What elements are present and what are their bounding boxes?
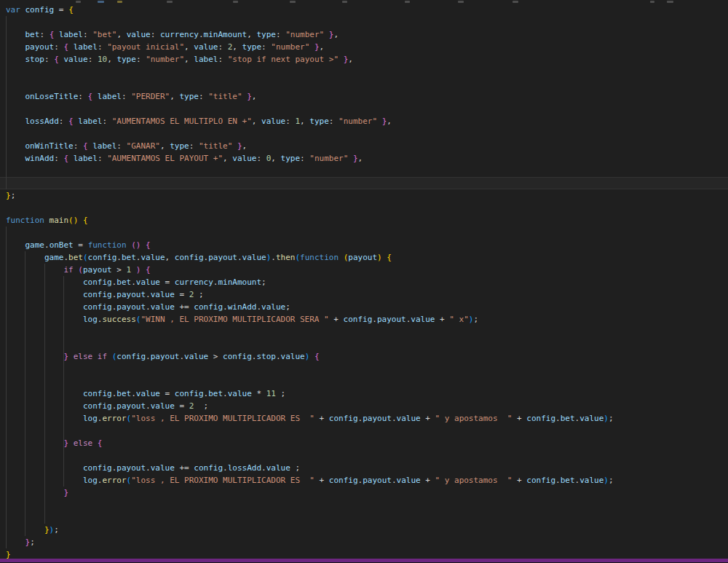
code-line[interactable] [6, 165, 728, 177]
code-token: , [184, 42, 194, 52]
code-token: : [98, 42, 107, 52]
code-line[interactable]: bet: { label: "bet", value: currency.min… [6, 28, 728, 41]
code-token: value [151, 302, 175, 312]
clipped-glyph [405, 1, 410, 3]
code-line[interactable]: var config = { [6, 4, 728, 16]
code-line[interactable] [6, 338, 728, 350]
code-line[interactable] [6, 127, 728, 140]
code-line[interactable] [6, 202, 728, 214]
code-line[interactable]: game.bet(config.bet.value, config.payout… [6, 251, 728, 264]
code-token: payout [363, 414, 392, 423]
code-token [194, 401, 203, 411]
code-token: winAdd [228, 302, 257, 312]
code-line[interactable]: config.bet.value = config.bet.value * 11… [6, 387, 728, 400]
code-token: . [555, 414, 561, 423]
clipped-glyph [167, 1, 173, 3]
code-token [6, 154, 25, 163]
code-line[interactable] [6, 363, 728, 375]
code-line[interactable]: config.payout.value += config.lossAdd.va… [6, 462, 728, 474]
code-line[interactable]: lossAdd: { label: "AUMENTAMOS EL MULTIPL… [6, 115, 728, 127]
code-token: config [194, 302, 223, 312]
code-token: config [88, 253, 117, 262]
code-token: config [175, 389, 204, 398]
code-line[interactable] [6, 66, 728, 78]
code-token: 10 [98, 55, 107, 64]
code-line[interactable] [6, 449, 728, 462]
code-token: onLoseTitle [25, 92, 79, 101]
code-token: value [579, 414, 604, 423]
code-token: config [83, 290, 112, 299]
code-line[interactable] [6, 375, 728, 387]
code-token: , [252, 117, 261, 126]
code-token: ; [204, 401, 209, 411]
code-token: game [25, 240, 45, 250]
code-line[interactable]: if (payout > 1 ) { [6, 264, 728, 276]
code-line[interactable] [6, 16, 728, 28]
code-line[interactable]: game.onBet = function () { [6, 239, 728, 251]
code-token: : [151, 30, 160, 39]
code-line[interactable]: } [6, 487, 728, 499]
code-token: log [83, 476, 98, 485]
code-token: . [199, 30, 204, 39]
code-line[interactable] [6, 227, 728, 239]
code-line[interactable]: config.payout.value += config.winAdd.val… [6, 301, 728, 313]
code-token: bet [122, 253, 136, 262]
code-line[interactable] [6, 177, 728, 189]
code-token: ; [609, 476, 614, 485]
code-token: { [68, 5, 74, 15]
code-token [6, 117, 25, 126]
code-token: ; [295, 463, 300, 473]
code-line[interactable]: config.payout.value = 2 ; [6, 400, 728, 412]
code-token: success [102, 315, 135, 324]
code-line[interactable]: onWinTitle: { label: "GANAR", type: "tit… [6, 140, 728, 152]
code-content[interactable]: var config = { bet: { label: "bet", valu… [6, 0, 728, 561]
code-token: value [242, 253, 266, 262]
code-token: label [92, 141, 116, 151]
code-token: : [136, 55, 146, 64]
code-line[interactable]: }); [6, 524, 728, 536]
code-token: "stop if next payout >" [228, 55, 339, 64]
code-token: } [314, 42, 320, 52]
code-token: . [146, 290, 151, 299]
code-token: ; [30, 538, 35, 547]
code-token: { [68, 117, 74, 126]
code-token: = [160, 389, 175, 398]
code-line[interactable] [6, 511, 728, 524]
code-line[interactable]: }; [6, 536, 728, 548]
code-token: "number" [146, 55, 184, 64]
code-line[interactable]: function main() { [6, 214, 728, 227]
code-line[interactable]: log.error("loss , EL PROXIMO MULTIPLICAD… [6, 474, 728, 487]
code-editor-pane[interactable]: var config = { bet: { label: "bet", valu… [0, 0, 728, 563]
code-token [6, 401, 83, 411]
code-token: payout [116, 302, 146, 312]
code-token: label [78, 117, 102, 126]
code-line[interactable]: log.error("loss , EL PROXIMO MULTIPLICAD… [6, 412, 728, 425]
code-token: > [112, 265, 127, 275]
clipped-glyph [650, 1, 654, 3]
code-line[interactable] [6, 425, 728, 437]
code-token: payout [116, 290, 146, 299]
code-token: value [141, 253, 165, 262]
code-line[interactable]: } else if (config.payout.value > config.… [6, 350, 728, 363]
code-token: : [218, 42, 227, 52]
code-line[interactable] [6, 103, 728, 115]
code-line[interactable]: onLoseTitle: { label: "PERDER", type: "t… [6, 90, 728, 103]
code-line[interactable]: } else { [6, 437, 728, 449]
code-token [6, 240, 25, 250]
code-line[interactable] [6, 326, 728, 338]
code-token: type [309, 117, 329, 126]
code-line[interactable]: config.payout.value = 2 ; [6, 288, 728, 301]
code-line[interactable]: stop: { value: 10, type: "number", label… [6, 53, 728, 66]
code-line[interactable] [6, 78, 728, 90]
code-line[interactable]: payout: { label: "payout inicial", value… [6, 41, 728, 53]
code-token: : [88, 55, 98, 64]
code-token: log [83, 414, 98, 423]
code-token: : [44, 55, 54, 64]
code-line[interactable]: winAdd: { label: "AUMENTAMOS EL PAYOUT +… [6, 152, 728, 165]
code-token: . [146, 352, 151, 361]
code-line[interactable]: }; [6, 189, 728, 202]
code-line[interactable]: config.bet.value = currency.minAmount; [6, 276, 728, 288]
code-token: "loss , EL PROXIMO MULTIPLICADOR ES " [131, 414, 314, 423]
code-line[interactable] [6, 499, 728, 511]
code-line[interactable]: log.success("WINN , EL PROXIMO MULTIPLIC… [6, 313, 728, 326]
